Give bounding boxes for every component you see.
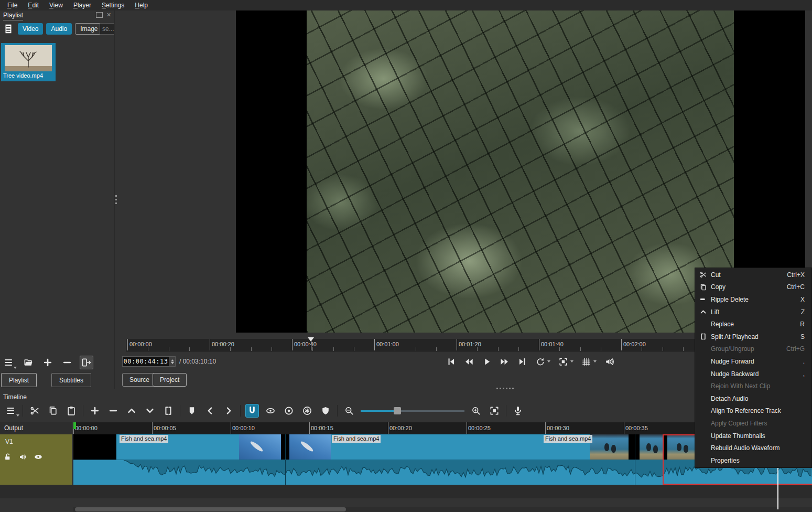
- playlist-menu-button[interactable]: [2, 356, 16, 369]
- snap-button[interactable]: [245, 404, 259, 418]
- loop-button[interactable]: [532, 354, 554, 369]
- ripple-markers-button[interactable]: [319, 404, 332, 418]
- append-button[interactable]: [88, 404, 102, 418]
- output-track-header[interactable]: Output: [0, 422, 72, 434]
- ruler-tick: [467, 422, 467, 434]
- scrollbar-handle[interactable]: [75, 507, 346, 511]
- app-window: FileEditViewPlayerSettingsHelp Playlist …: [0, 0, 812, 512]
- playlist-panel-title: Playlist: [3, 12, 23, 20]
- scrub-while-dragging-button[interactable]: [264, 404, 277, 418]
- add-to-playlist-button[interactable]: [41, 356, 55, 369]
- playlist-search-input[interactable]: se...: [100, 23, 114, 35]
- context-menu-item-group-ungroup: Group/UngroupCtrl+G: [695, 343, 811, 356]
- track-lock-toggle[interactable]: [3, 452, 13, 463]
- context-menu-label: Ripple Delete: [711, 296, 800, 303]
- track-mute-toggle[interactable]: [18, 452, 28, 463]
- menu-help[interactable]: Help: [129, 1, 153, 10]
- filter-tab-video[interactable]: Video: [18, 23, 43, 35]
- menu-player[interactable]: Player: [68, 1, 96, 10]
- context-menu-item-copy[interactable]: CopyCtrl+C: [695, 281, 811, 294]
- playlist-details-view-icon[interactable]: [2, 23, 15, 35]
- playlist-item-name: Tree video.mp4: [3, 72, 43, 79]
- copy-button[interactable]: [46, 404, 60, 418]
- horizontal-splitter-handle[interactable]: [496, 388, 514, 389]
- playlist-float-button[interactable]: [96, 12, 103, 18]
- current-position-input[interactable]: 00:00:44:13: [122, 356, 169, 367]
- create-marker-button[interactable]: [185, 404, 199, 418]
- vertical-splitter-handle[interactable]: [115, 195, 117, 204]
- timeline-horizontal-scrollbar[interactable]: [73, 507, 812, 512]
- zoom-slider-handle[interactable]: [394, 407, 401, 414]
- grid-button[interactable]: [578, 354, 600, 369]
- play-button[interactable]: [479, 354, 495, 369]
- filter-tab-audio[interactable]: Audio: [46, 23, 72, 35]
- playlist-item-tree-video[interactable]: Tree video.mp4: [1, 43, 56, 81]
- clip-thumbnail-fish: [239, 434, 281, 460]
- timeline-zoom-slider[interactable]: [361, 404, 464, 418]
- context-menu-item-split-at-playhead[interactable]: Split At PlayheadS: [695, 330, 811, 343]
- menu-view[interactable]: View: [44, 1, 68, 10]
- context-menu-item-rebuild-audio-waveform[interactable]: Rebuild Audio Waveform: [695, 442, 811, 454]
- ripple-button[interactable]: [282, 404, 296, 418]
- context-menu-item-nudge-forward[interactable]: Nudge Forward.: [695, 355, 811, 368]
- toolbar-separator: [337, 405, 338, 417]
- zoom-timeline-fit-button[interactable]: [488, 404, 501, 418]
- zoom-timeline-in-button[interactable]: [469, 404, 483, 418]
- timeline-menu-button[interactable]: [4, 404, 18, 418]
- context-menu-item-replace[interactable]: ReplaceR: [695, 318, 811, 330]
- skip-to-end-button[interactable]: [514, 354, 530, 369]
- ruler-tick: [477, 347, 478, 351]
- menu-edit[interactable]: Edit: [23, 1, 44, 10]
- ripple-all-tracks-button[interactable]: [300, 404, 314, 418]
- ruler-label: 00:00:35: [625, 425, 648, 431]
- next-marker-button[interactable]: [222, 404, 235, 418]
- add-all-to-timeline-button[interactable]: [80, 356, 93, 369]
- playlist-toolbar: [2, 355, 93, 370]
- track-hide-toggle[interactable]: [34, 452, 43, 463]
- clip-boundary: [285, 460, 286, 485]
- cut-button[interactable]: [28, 404, 41, 418]
- player-playhead[interactable]: [311, 340, 311, 350]
- player-tab-project[interactable]: Project: [153, 373, 187, 387]
- video-track-header-v1[interactable]: V1: [0, 434, 72, 485]
- zoom-fit-button[interactable]: [555, 354, 577, 369]
- filter-tab-image[interactable]: Image: [75, 23, 103, 35]
- context-menu-item-nudge-backward[interactable]: Nudge Backward,: [695, 368, 811, 380]
- ruler-tick: [231, 422, 231, 434]
- context-menu-label: Split At Playhead: [711, 333, 800, 340]
- timeline-marker-green[interactable]: [73, 422, 76, 429]
- panel-splitter[interactable]: [114, 10, 115, 389]
- context-menu-item-cut[interactable]: CutCtrl+X: [695, 269, 811, 281]
- playlist-close-button[interactable]: ✕: [106, 12, 113, 18]
- context-menu-item-detach-audio[interactable]: Detach Audio: [695, 392, 811, 405]
- context-menu-item-lift[interactable]: LiftZ: [695, 306, 811, 318]
- fast-forward-button[interactable]: [496, 354, 513, 369]
- panel-tab-playlist[interactable]: Playlist: [1, 373, 37, 387]
- position-spinner[interactable]: [169, 356, 176, 367]
- ruler-label: 00:00:20: [212, 341, 234, 347]
- split-button[interactable]: [161, 404, 175, 418]
- context-menu-item-update-thumbnails[interactable]: Update Thumbnails: [695, 430, 811, 442]
- menu-file[interactable]: File: [2, 1, 23, 10]
- volume-button[interactable]: [601, 354, 618, 369]
- overwrite-button[interactable]: [143, 404, 157, 418]
- open-file-button[interactable]: [21, 356, 35, 369]
- context-menu-item-ripple-delete[interactable]: Ripple DeleteX: [695, 293, 811, 306]
- zoom-timeline-out-button[interactable]: [342, 404, 356, 418]
- panel-tab-subtitles[interactable]: Subtitles: [51, 373, 91, 387]
- record-audio-button[interactable]: [511, 404, 525, 418]
- cut-icon: [695, 271, 711, 279]
- paste-button[interactable]: [64, 404, 78, 418]
- lift-button[interactable]: [125, 404, 138, 418]
- context-menu-item-apply-copied-filters: Apply Copied Filters: [695, 417, 811, 430]
- remove-from-playlist-button[interactable]: [60, 356, 74, 369]
- player-tab-source[interactable]: Source: [122, 373, 157, 387]
- context-menu-item-align-to-reference-track[interactable]: Align To Reference Track: [695, 405, 811, 418]
- skip-to-start-button[interactable]: [443, 354, 459, 369]
- context-menu-item-properties[interactable]: Properties: [695, 454, 811, 467]
- ripple-delete-button[interactable]: [106, 404, 120, 418]
- menu-settings[interactable]: Settings: [96, 1, 129, 10]
- context-menu-label: Properties: [711, 457, 805, 464]
- rewind-button[interactable]: [461, 354, 477, 369]
- previous-marker-button[interactable]: [203, 404, 217, 418]
